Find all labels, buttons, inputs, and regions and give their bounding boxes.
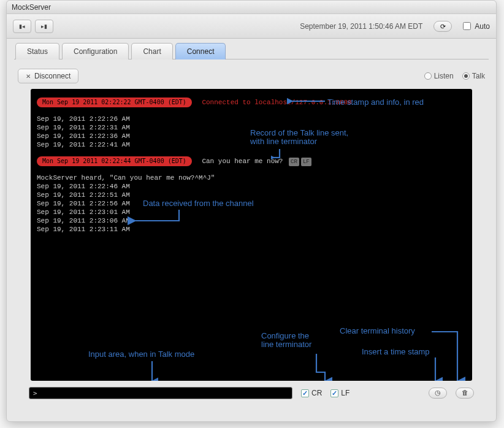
tab-chart[interactable]: Chart bbox=[131, 43, 172, 59]
log-line: Sep 19, 2011 2:23:06 AM bbox=[37, 216, 466, 225]
disconnect-label: Disconnect bbox=[34, 72, 71, 80]
cr-checkbox-wrap[interactable]: CR bbox=[301, 389, 322, 397]
log-line: Sep 19, 2011 2:22:26 AM bbox=[37, 115, 466, 123]
log-line: MockServer heard, "Can you hear me now?^… bbox=[37, 174, 466, 182]
cr-label: CR bbox=[311, 389, 322, 397]
connected-text: Connected to localhost/127.0.0.1:8888 bbox=[202, 99, 351, 106]
log-line: Sep 19, 2011 2:22:56 AM bbox=[37, 199, 466, 208]
cr-badge: CR bbox=[289, 158, 299, 166]
disconnect-button[interactable]: ✕ Disconnect bbox=[18, 69, 78, 83]
clock-icon: ◷ bbox=[435, 389, 441, 396]
talk-line-text: Can you hear me now? bbox=[202, 158, 283, 165]
listen-label: Listen bbox=[434, 72, 454, 80]
annotation-configure-lt: Configure the line terminator bbox=[261, 332, 311, 349]
log-line: Sep 19, 2011 2:22:51 AM bbox=[37, 191, 466, 199]
auto-checkbox[interactable] bbox=[463, 22, 471, 30]
talk-input[interactable] bbox=[29, 387, 292, 399]
log-line: Sep 19, 2011 2:22:46 AM bbox=[37, 182, 466, 191]
log-line: Sep 19, 2011 2:22:41 AM bbox=[37, 140, 466, 149]
talk-label: Talk bbox=[472, 72, 485, 80]
tab-connect[interactable]: Connect bbox=[175, 43, 226, 59]
nav-back-button[interactable]: ▮◂ bbox=[13, 20, 31, 33]
tab-configuration[interactable]: Configuration bbox=[62, 43, 129, 59]
app-window: MockServer ▮◂ ▸▮ September 19, 2011 1:50… bbox=[6, 0, 497, 422]
bottom-controls: CR LF ◷ 🗑 bbox=[18, 387, 485, 399]
timestamp-pill: Mon Sep 19 2011 02:22:22 GMT-0400 (EDT) bbox=[37, 97, 192, 107]
tab-status[interactable]: Status bbox=[15, 43, 59, 59]
auto-label: Auto bbox=[475, 22, 490, 31]
mode-listen-radio[interactable]: Listen bbox=[424, 72, 454, 80]
insert-timestamp-button[interactable]: ◷ bbox=[429, 388, 447, 399]
log-line: Sep 19, 2011 2:22:36 AM bbox=[37, 132, 466, 140]
timestamp-pill: Mon Sep 19 2011 02:22:44 GMT-0400 (EDT) bbox=[37, 156, 192, 166]
nav-forward-button[interactable]: ▸▮ bbox=[35, 20, 53, 33]
mode-talk-radio[interactable]: Talk bbox=[462, 72, 485, 80]
actions-row: ✕ Disconnect Listen Talk bbox=[18, 66, 485, 86]
auto-checkbox-wrap[interactable]: Auto bbox=[460, 20, 490, 32]
close-icon: ✕ bbox=[26, 73, 31, 80]
titlebar: MockServer bbox=[7, 1, 496, 14]
cr-checkbox[interactable] bbox=[301, 389, 309, 397]
log-line: Sep 19, 2011 2:22:31 AM bbox=[37, 123, 466, 132]
toolbar-clock: September 19, 2011 1:50:46 AM EDT bbox=[300, 22, 422, 31]
refresh-button[interactable]: ⟳ bbox=[433, 21, 452, 32]
tabs-row: Status Configuration Chart Connect bbox=[7, 39, 496, 59]
window-title: MockServer bbox=[12, 3, 51, 12]
clear-history-button[interactable]: 🗑 bbox=[456, 388, 474, 399]
terminal-output[interactable]: Mon Sep 19 2011 02:22:22 GMT-0400 (EDT) … bbox=[31, 89, 472, 381]
log-line: Sep 19, 2011 2:23:11 AM bbox=[37, 225, 466, 234]
annotation-insert-ts: Insert a time stamp bbox=[362, 348, 430, 356]
lf-badge: LF bbox=[301, 158, 311, 166]
trash-icon: 🗑 bbox=[462, 389, 468, 396]
lf-checkbox-wrap[interactable]: LF bbox=[330, 389, 349, 397]
lf-checkbox[interactable] bbox=[330, 389, 338, 397]
content-area: ✕ Disconnect Listen Talk Mon Sep 19 2011… bbox=[7, 59, 496, 405]
annotation-clear-history: Clear terminal history bbox=[340, 327, 415, 335]
toolbar: ▮◂ ▸▮ September 19, 2011 1:50:46 AM EDT … bbox=[7, 14, 496, 39]
log-line: Sep 19, 2011 2:23:01 AM bbox=[37, 208, 466, 216]
annotation-input-area: Input area, when in Talk mode bbox=[88, 350, 194, 359]
lf-label: LF bbox=[341, 389, 349, 397]
